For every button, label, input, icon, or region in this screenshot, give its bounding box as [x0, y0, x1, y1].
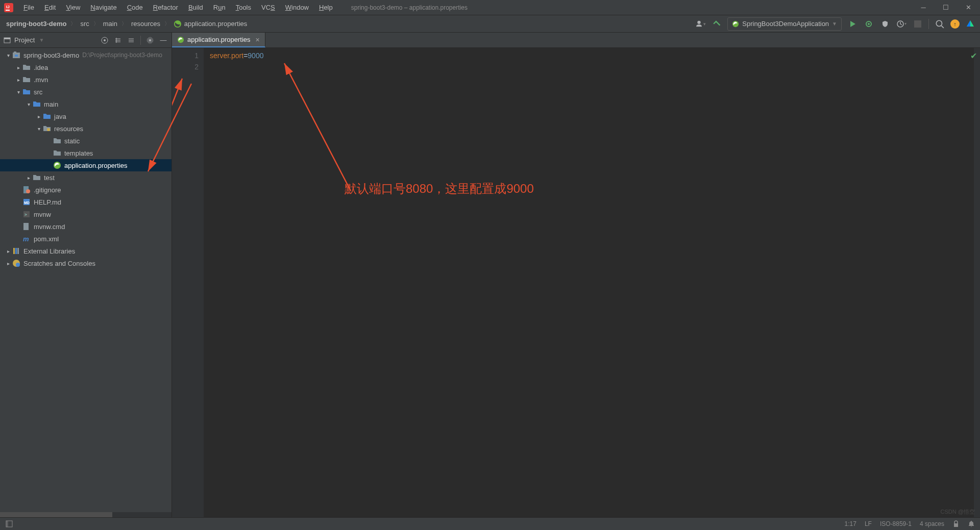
file-icon — [22, 63, 31, 71]
menu-edit[interactable]: Edit — [40, 2, 60, 13]
tree-item--gitignore[interactable]: .gitignore — [0, 184, 172, 196]
menu-vcs[interactable]: VCS — [257, 2, 279, 13]
tree-item-resources[interactable]: ▾ resources — [0, 122, 172, 135]
hide-button[interactable]: — — [158, 35, 168, 45]
tab-close-icon[interactable]: × — [256, 36, 260, 44]
chevron-icon: 〉 — [93, 20, 99, 28]
code-content[interactable]: server.port=9000 — [204, 48, 974, 517]
tree-item--idea[interactable]: ▸ .idea — [0, 61, 172, 73]
tree-arrow-icon[interactable]: ▾ — [4, 53, 12, 58]
search-button[interactable] — [934, 18, 945, 30]
run-button[interactable] — [847, 18, 858, 30]
tree-item--mvn[interactable]: ▸ .mvn — [0, 73, 172, 86]
tree-item-src[interactable]: ▾ src — [0, 86, 172, 98]
tree-arrow-icon[interactable]: ▸ — [14, 77, 22, 83]
window-controls: ─ ☐ ✕ — [920, 4, 976, 11]
menu-tools[interactable]: Tools — [232, 2, 255, 13]
crumb-main[interactable]: main — [101, 19, 119, 29]
annotation-text: 默认端口号8080，这里配置成9000 — [345, 181, 534, 197]
spring-icon — [177, 36, 184, 43]
file-encoding[interactable]: ISO-8859-1 — [880, 520, 912, 527]
run-config-label: SpringBoot3DemoApplication — [742, 20, 829, 28]
stop-button[interactable] — [912, 18, 923, 30]
window-title: spring-boot3-demo – application.properti… — [351, 4, 468, 11]
menu-run[interactable]: Run — [209, 2, 230, 13]
navigation-toolbar: spring-boot3-demo 〉 src 〉 main 〉 resourc… — [0, 15, 980, 33]
menu-help[interactable]: Help — [315, 2, 337, 13]
tree-item-application-properties[interactable]: application.properties — [0, 159, 172, 171]
caret-position[interactable]: 1:17 — [845, 520, 856, 527]
menu-code[interactable]: Code — [123, 2, 147, 13]
menu-window[interactable]: Window — [281, 2, 313, 13]
tree-item-test[interactable]: ▸ test — [0, 171, 172, 184]
tree-item-spring-boot3-demo[interactable]: ▾ spring-boot3-demoD:\Project\spring-boo… — [0, 49, 172, 61]
run-configuration-dropdown[interactable]: SpringBoot3DemoApplication ▼ — [727, 17, 842, 31]
tree-item-scratches-and-consoles[interactable]: ▸ Scratches and Consoles — [0, 257, 172, 269]
indent-setting[interactable]: 4 spaces — [920, 520, 944, 527]
crumb-src[interactable]: src — [78, 19, 91, 29]
tree-arrow-icon[interactable]: ▾ — [35, 126, 43, 132]
minimize-button[interactable]: ─ — [920, 4, 927, 11]
menu-file[interactable]: FFileile — [19, 2, 38, 13]
tree-item-templates[interactable]: templates — [0, 147, 172, 159]
file-icon — [53, 149, 61, 157]
tree-item-java[interactable]: ▸ java — [0, 110, 172, 122]
file-icon — [12, 247, 20, 255]
project-label[interactable]: Project — [14, 36, 35, 44]
tree-item-static[interactable]: static — [0, 135, 172, 147]
tree-item-mvnw[interactable]: > mvnw — [0, 208, 172, 220]
readonly-lock-icon[interactable] — [952, 520, 960, 527]
main-content: Project ▼ — ▾ spring-boot3-demoD:\Projec… — [0, 33, 980, 517]
project-view-dropdown-icon[interactable]: ▼ — [39, 37, 44, 43]
editor-tabs: application.properties × — [172, 33, 980, 48]
menu-view[interactable]: View — [62, 2, 84, 13]
tree-arrow-icon[interactable]: ▸ — [4, 261, 12, 266]
horizontal-scrollbar[interactable] — [0, 512, 172, 517]
jetbrains-toolbox-icon[interactable] — [965, 18, 976, 30]
svg-rect-15 — [14, 52, 16, 53]
menu-navigate[interactable]: Navigate — [86, 2, 120, 13]
code-editor[interactable]: 12 server.port=9000 ✔ — [172, 48, 980, 517]
maximize-button[interactable]: ☐ — [942, 4, 949, 11]
tree-arrow-icon[interactable]: ▸ — [14, 65, 22, 70]
project-tree[interactable]: ▾ spring-boot3-demoD:\Project\spring-boo… — [0, 48, 172, 512]
tree-label: mvnw — [34, 211, 51, 218]
crumb-file[interactable]: application.properties — [172, 19, 249, 29]
tab-application-properties[interactable]: application.properties × — [172, 33, 265, 47]
file-icon — [12, 51, 20, 59]
coverage-button[interactable] — [879, 18, 891, 30]
breadcrumb: spring-boot3-demo 〉 src 〉 main 〉 resourc… — [4, 19, 249, 29]
tree-arrow-icon[interactable]: ▾ — [24, 102, 33, 107]
inspection-ok-icon[interactable]: ✔ — [970, 51, 977, 61]
tree-arrow-icon[interactable]: ▸ — [35, 114, 43, 119]
notifications-icon[interactable] — [968, 520, 975, 527]
profile-button[interactable]: ▾ — [896, 18, 907, 30]
tree-item-help-md[interactable]: MD HELP.md — [0, 196, 172, 208]
tree-arrow-icon[interactable]: ▸ — [24, 175, 33, 181]
tree-item-external-libraries[interactable]: ▸ External Libraries — [0, 245, 172, 257]
user-icon[interactable]: ▾ — [695, 18, 706, 30]
tree-item-pom-xml[interactable]: m pom.xml — [0, 233, 172, 245]
tree-arrow-icon[interactable]: ▾ — [14, 89, 22, 95]
tree-label: mvnw.cmd — [34, 223, 65, 231]
debug-button[interactable] — [863, 18, 874, 30]
select-opened-file-button[interactable] — [100, 35, 110, 45]
close-button[interactable]: ✕ — [965, 4, 972, 11]
watermark: CSDN @悟空 — [941, 508, 975, 516]
tree-item-mvnw-cmd[interactable]: mvnw.cmd — [0, 220, 172, 233]
expand-all-button[interactable] — [113, 35, 123, 45]
settings-button[interactable] — [145, 35, 155, 45]
tree-label: main — [44, 100, 58, 108]
crumb-project[interactable]: spring-boot3-demo — [4, 19, 68, 29]
crumb-resources[interactable]: resources — [129, 19, 162, 29]
tree-arrow-icon[interactable]: ▸ — [4, 248, 12, 254]
update-available-icon[interactable]: ↑ — [950, 19, 960, 29]
tool-window-icon[interactable] — [5, 520, 13, 528]
collapse-all-button[interactable] — [126, 35, 136, 45]
line-separator[interactable]: LF — [865, 520, 872, 527]
menu-build[interactable]: Build — [184, 2, 207, 13]
tree-item-main[interactable]: ▾ main — [0, 98, 172, 110]
menu-refactor[interactable]: Refactor — [149, 2, 182, 13]
tree-label: .mvn — [34, 76, 48, 84]
build-icon[interactable] — [711, 18, 722, 30]
